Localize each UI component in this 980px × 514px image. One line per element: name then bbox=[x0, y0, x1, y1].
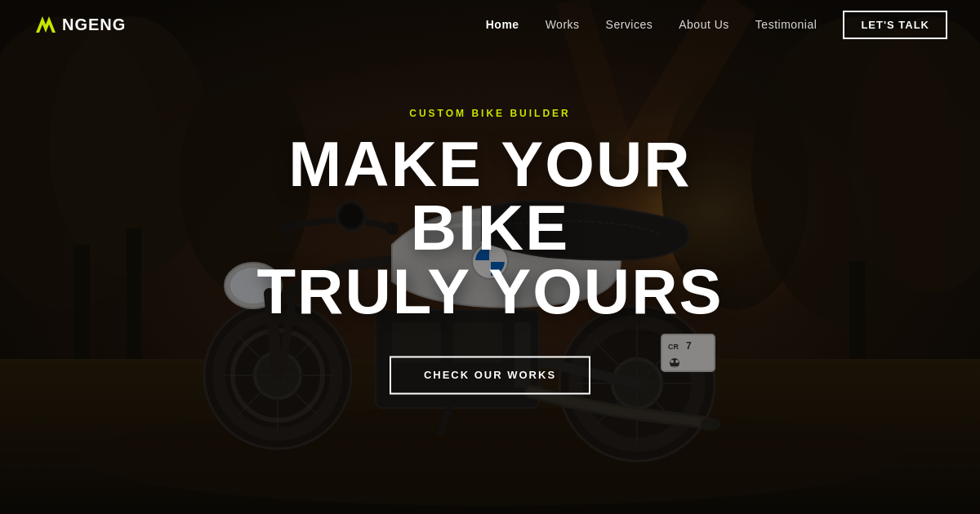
hero-section: CR 7 NGENG Home Works bbox=[0, 0, 980, 514]
nav-item-about[interactable]: About Us bbox=[679, 17, 729, 32]
nav-link-about[interactable]: About Us bbox=[679, 18, 729, 31]
nav-link-works[interactable]: Works bbox=[546, 18, 580, 31]
check-works-button[interactable]: CHECK OUR WORKS bbox=[390, 356, 590, 394]
hero-title-line2: TRULY YOURS bbox=[256, 255, 723, 327]
nav-item-services[interactable]: Services bbox=[606, 17, 653, 32]
navbar: NGENG Home Works Services About Us Testi… bbox=[0, 0, 980, 49]
nav-link-services[interactable]: Services bbox=[606, 18, 653, 31]
nav-link-home[interactable]: Home bbox=[486, 18, 519, 31]
brand-logo[interactable]: NGENG bbox=[33, 13, 126, 36]
hero-title-line1: MAKE YOUR BIKE bbox=[288, 128, 691, 264]
hero-subtitle: CUSTOM BIKE BUILDER bbox=[204, 108, 776, 119]
nav-link-testimonial[interactable]: Testimonial bbox=[755, 18, 817, 31]
svg-marker-57 bbox=[36, 16, 56, 33]
hero-title: MAKE YOUR BIKE TRULY YOURS bbox=[204, 132, 776, 323]
nav-menu: Home Works Services About Us Testimonial bbox=[486, 17, 817, 32]
nav-item-testimonial[interactable]: Testimonial bbox=[755, 17, 817, 32]
nav-item-works[interactable]: Works bbox=[546, 17, 580, 32]
hero-content: CUSTOM BIKE BUILDER MAKE YOUR BIKE TRULY… bbox=[204, 108, 776, 394]
brand-icon bbox=[33, 13, 56, 36]
nav-item-home[interactable]: Home bbox=[486, 17, 519, 32]
brand-name: NGENG bbox=[62, 16, 126, 34]
lets-talk-button[interactable]: LET'S TALK bbox=[843, 11, 947, 39]
